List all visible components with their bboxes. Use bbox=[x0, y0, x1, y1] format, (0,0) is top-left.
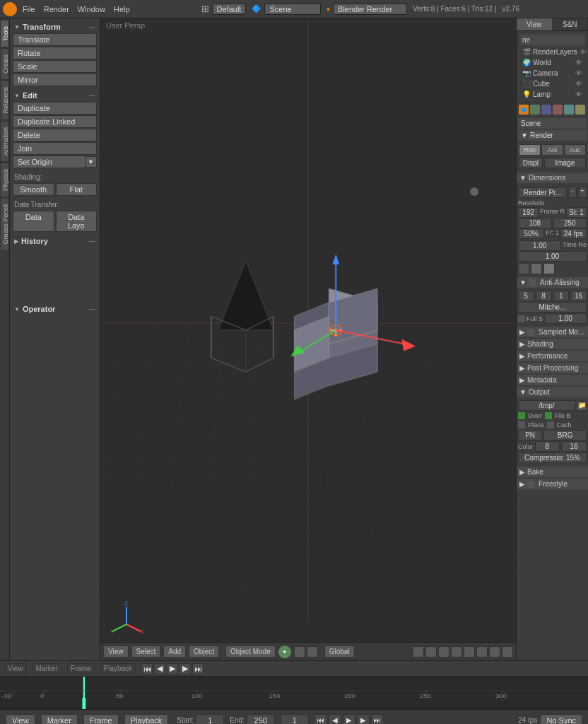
output-path-field[interactable]: /tmp/ bbox=[518, 400, 575, 411]
render-tab-render[interactable]: Ren bbox=[519, 144, 541, 156]
operator-section-header[interactable]: ▼ Operator — bbox=[11, 303, 98, 315]
place-checkbox[interactable] bbox=[518, 421, 525, 428]
viewport-select-btn[interactable]: Select bbox=[131, 646, 161, 658]
current-frame-field[interactable]: 1 bbox=[281, 714, 309, 725]
output-path-btn[interactable]: 📁 bbox=[577, 401, 587, 411]
mirror-button[interactable]: Mirror bbox=[13, 74, 97, 86]
sidebar-tab-relations[interactable]: Relations bbox=[0, 81, 9, 120]
sampled-motion-header[interactable]: ▶ Sampled Mo... bbox=[517, 327, 588, 337]
res-y-field[interactable]: 108 bbox=[518, 218, 552, 228]
sidebar-tab-create[interactable]: Create bbox=[0, 48, 9, 80]
aa-1-field[interactable]: 1 bbox=[553, 291, 570, 301]
menu-help[interactable]: Help bbox=[114, 5, 130, 13]
material-props-icon[interactable] bbox=[575, 105, 585, 115]
bottom-marker-btn[interactable]: Marker bbox=[41, 714, 78, 725]
outliner-item-world[interactable]: 🌍 World 👁 bbox=[519, 57, 585, 68]
translate-button[interactable]: Translate bbox=[13, 33, 97, 46]
image-label-field[interactable]: Image bbox=[544, 158, 586, 168]
next-frame-btn[interactable]: ▶ bbox=[180, 663, 191, 675]
render-preset-minus[interactable]: - bbox=[568, 187, 577, 198]
outliner-item-cube[interactable]: ⬛ Cube 👁 bbox=[519, 78, 585, 89]
viewport-icon-btn-6[interactable] bbox=[451, 646, 462, 658]
no-sync-btn[interactable]: No Sync bbox=[540, 714, 582, 725]
scene-props-icon[interactable]: 🔷 bbox=[519, 105, 529, 115]
over-checkbox[interactable] bbox=[518, 412, 525, 419]
render-preset-field[interactable]: Render Pr... bbox=[518, 187, 567, 198]
right-tab-sn[interactable]: S&N bbox=[553, 18, 589, 30]
pn-field[interactable]: PN bbox=[518, 430, 542, 440]
render-props-icon[interactable] bbox=[530, 105, 540, 115]
frame-st-field[interactable]: St: 1 bbox=[566, 207, 587, 218]
viewport-icon-btn-4[interactable] bbox=[425, 646, 437, 658]
jump-start-btn[interactable]: ⏮ bbox=[141, 663, 153, 675]
world-eye[interactable]: 👁 bbox=[575, 59, 582, 66]
render-engine-selector[interactable]: Blender Render bbox=[333, 4, 407, 15]
viewport-object-btn[interactable]: Object bbox=[189, 646, 219, 658]
camera-eye[interactable]: 👁 bbox=[575, 69, 582, 77]
history-section-header[interactable]: ▶ History — bbox=[11, 235, 98, 247]
timeline-playback-btn[interactable]: Playback bbox=[100, 663, 136, 674]
data-layer-button[interactable]: Data Layo bbox=[56, 211, 98, 232]
flat-button[interactable]: Flat bbox=[56, 183, 98, 196]
sidebar-tab-tools[interactable]: Tools bbox=[0, 20, 9, 47]
scale-button[interactable]: Scale bbox=[13, 60, 97, 73]
sidebar-tab-animation[interactable]: Animation bbox=[0, 121, 9, 162]
duplicate-button[interactable]: Duplicate bbox=[13, 102, 97, 115]
join-button[interactable]: Join bbox=[13, 142, 97, 155]
anti-alias-header[interactable]: ▼ Anti-Aliasing bbox=[517, 277, 588, 288]
outliner-item-camera[interactable]: 📷 Camera 👁 bbox=[519, 68, 585, 78]
res-x-field[interactable]: 192 bbox=[518, 207, 539, 218]
aa-8-field[interactable]: 8 bbox=[536, 291, 552, 301]
lamp-eye[interactable]: 👁 bbox=[575, 90, 582, 98]
render-tab-auc[interactable]: Auc bbox=[564, 144, 586, 156]
shading-header[interactable]: ▶ Shading bbox=[517, 339, 588, 349]
sampled-checkbox[interactable] bbox=[527, 329, 534, 336]
viewport-mode-btn[interactable]: Object Mode bbox=[225, 646, 276, 658]
start-frame-field[interactable]: 1 bbox=[196, 714, 224, 725]
play-btn[interactable]: ▶ bbox=[167, 663, 178, 675]
timeline-marker-btn[interactable]: Marker bbox=[33, 663, 61, 674]
layout-selector[interactable]: Default bbox=[212, 4, 247, 15]
full-s-val[interactable]: 1.00 bbox=[544, 313, 587, 324]
fileb-checkbox[interactable] bbox=[545, 412, 552, 419]
freestyle-checkbox[interactable] bbox=[527, 481, 534, 488]
viewport-icon-btn-8[interactable] bbox=[476, 646, 488, 658]
cube-eye[interactable]: 👁 bbox=[575, 80, 582, 88]
menu-file[interactable]: File bbox=[23, 5, 35, 13]
scene-selector[interactable]: Scene bbox=[264, 4, 320, 15]
viewport-icon-btn-5[interactable] bbox=[438, 646, 449, 658]
bottom-view-btn[interactable]: View bbox=[6, 714, 35, 725]
color-16-field[interactable]: 16 bbox=[561, 441, 587, 452]
render-preset-plus[interactable]: + bbox=[578, 187, 587, 198]
timeline-frame-btn[interactable]: Frame bbox=[67, 663, 95, 674]
duplicate-linked-button[interactable]: Duplicate Linked bbox=[13, 115, 97, 128]
viewport-icon-btn-3[interactable] bbox=[413, 646, 424, 658]
outliner-item-renderlayers[interactable]: 🎬 RenderLayers 👁 bbox=[519, 47, 585, 57]
bottom-jump-end[interactable]: ⏭ bbox=[371, 714, 384, 725]
post-processing-header[interactable]: ▶ Post Processing bbox=[517, 363, 588, 373]
mitchell-field[interactable]: Mitche... bbox=[518, 302, 587, 313]
fps-field[interactable]: 24 fps bbox=[560, 228, 587, 239]
bottom-prev-frame[interactable]: ◀ bbox=[329, 714, 341, 725]
right-tab-view[interactable]: View bbox=[517, 18, 553, 30]
dimensions-header[interactable]: ▼ Dimensions bbox=[517, 173, 588, 183]
sidebar-tab-grease-pencil[interactable]: Grease Pencil bbox=[0, 198, 9, 251]
viewport-icon-btn-9[interactable] bbox=[489, 646, 500, 658]
brg-field[interactable]: BRG bbox=[543, 430, 587, 440]
performance-header[interactable]: ▶ Performance bbox=[517, 351, 588, 361]
timeline-ruler[interactable]: -30 0 50 100 150 200 250 300 bbox=[0, 677, 588, 709]
render-tab-ani[interactable]: Ani bbox=[541, 144, 563, 156]
scale-field[interactable]: 50% bbox=[518, 228, 544, 239]
rotate-button[interactable]: Rotate bbox=[13, 47, 97, 59]
end-val-field[interactable]: 250 bbox=[553, 218, 587, 228]
viewport-add-btn[interactable]: Add bbox=[163, 646, 186, 658]
jump-end-btn[interactable]: ⏭ bbox=[192, 663, 204, 675]
freestyle-header[interactable]: ▶ Freestyle bbox=[517, 479, 588, 489]
end-frame-field[interactable]: 250 bbox=[247, 714, 275, 725]
anti-alias-checkbox[interactable] bbox=[529, 279, 536, 286]
output-header[interactable]: ▼ Output bbox=[517, 387, 588, 397]
data-button[interactable]: Data bbox=[13, 211, 54, 232]
viewport-icon-btn-2[interactable] bbox=[307, 646, 318, 658]
modifier-props-icon[interactable] bbox=[564, 105, 574, 115]
full-s-checkbox[interactable] bbox=[518, 315, 525, 322]
